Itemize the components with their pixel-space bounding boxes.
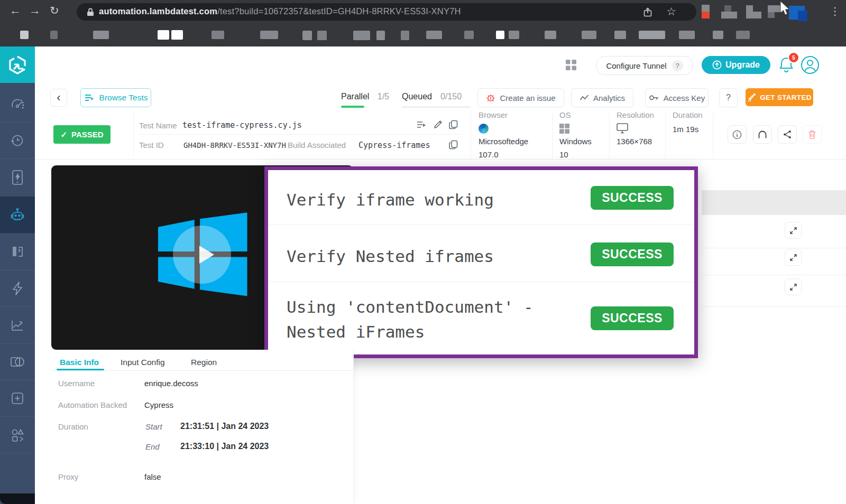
tunnel-help-icon[interactable]: ? [672,60,683,71]
info-button[interactable] [728,125,747,144]
phone-lightning-icon [11,170,24,185]
bookmark-favicon[interactable] [212,31,224,39]
analytics-button[interactable]: Analytics [571,88,633,107]
bookmark-favicon[interactable] [353,31,370,40]
queued-label[interactable]: Queued [402,92,432,101]
extension-icon[interactable] [746,5,753,18]
bookmark-favicon[interactable] [736,31,750,39]
configure-tunnel-button[interactable]: Configure Tunnel ? [596,56,693,75]
sidebar-item-responsive[interactable] [0,234,35,270]
bookmark-favicon[interactable] [713,31,723,39]
delete-test-button[interactable] [803,125,822,144]
create-issue-button[interactable]: Create an issue [477,88,564,107]
bookmark-favicon[interactable] [545,31,556,39]
share-test-button[interactable] [778,125,797,144]
key-icon [649,94,659,101]
extension-icon[interactable] [753,12,761,18]
bookmark-favicon[interactable] [496,31,504,39]
sidebar-item-automation[interactable] [0,197,35,234]
bookmark-favicon[interactable] [639,31,665,39]
tunnel-arc-button[interactable] [753,125,772,144]
back-button[interactable]: ‹ [50,89,67,107]
sidebar-item-realtime[interactable] [0,158,35,197]
extension-icon[interactable] [702,5,710,12]
browse-tests-button[interactable]: Browse Tests [80,88,151,107]
sidebar-item-speed[interactable] [0,270,35,307]
result-name: Using 'contentDocument' - Nested iFrames [287,295,562,344]
bookmark-favicon[interactable] [376,31,385,40]
result-row: Verify iframe working SUCCESS [268,170,694,225]
end-label: End [145,442,160,451]
tunnel-arc-icon [758,130,767,139]
bookmark-favicon[interactable] [158,30,169,40]
expand-step-button[interactable] [785,278,802,295]
browser-reload-icon[interactable]: ↻ [50,5,59,16]
test-list-icon[interactable] [417,120,426,129]
user-avatar[interactable] [801,55,820,74]
help-button[interactable]: ? [719,88,738,107]
parallel-label[interactable]: Parallel [341,92,369,101]
bookmark-favicon[interactable] [614,31,626,39]
queued-underline [402,106,471,108]
bookmark-favicon[interactable] [464,31,474,39]
upgrade-button[interactable]: Upgrade [702,56,770,74]
browser-chrome: ← → ↻ automation.lambdatest.com/test?bui… [0,0,846,46]
tab-region[interactable]: Region [191,358,217,367]
copy-test-name-icon[interactable] [449,120,458,129]
edit-pencil-icon[interactable] [434,120,443,129]
bookmark-favicon[interactable] [317,31,327,40]
bookmark-favicon[interactable] [426,31,442,39]
history-clock-icon [10,133,25,148]
proxy-label: Proxy [58,472,78,481]
end-value: 21:33:10 | Jan 24 2023 [180,442,269,451]
tab-input-config[interactable]: Input Config [121,358,165,367]
sidebar-item-visual[interactable] [0,343,35,380]
divider [702,275,846,275]
get-started-button[interactable]: GET STARTED [746,88,813,106]
browser-forward-icon[interactable]: → [29,5,41,16]
sidebar-item-new[interactable] [0,380,35,417]
browser-version: 107.0 [479,150,499,159]
sidebar-item-history[interactable] [0,122,35,159]
bookmark-favicon[interactable] [401,31,409,40]
info-icon [732,130,742,139]
test-toolbar: ‹ Browse Tests Parallel 1/5 Queued 0/150… [35,84,846,110]
bookmark-favicon[interactable] [20,31,29,39]
copy-test-id-icon[interactable] [449,140,458,150]
build-associated-value[interactable]: Cypress-iframes [358,141,430,150]
bookmark-favicon[interactable] [50,31,58,39]
bookmark-favicon[interactable] [679,31,695,39]
sidebar-item-dashboard[interactable] [0,86,35,123]
bookmark-favicon[interactable] [171,30,183,40]
extension-icon[interactable] [768,12,775,18]
proxy-value: false [144,472,161,481]
url-text[interactable]: automation.lambdatest.com/test?build=106… [99,6,461,16]
bookmark-favicon[interactable] [582,31,596,39]
access-key-button[interactable]: Access Key [645,88,709,107]
expand-icon [789,254,797,262]
trend-chart-icon [10,318,25,332]
divider [609,113,610,158]
bookmark-favicon[interactable] [93,31,109,39]
bookmark-favicon[interactable] [260,31,278,39]
address-bar[interactable]: automation.lambdatest.com/test?build=106… [77,3,696,21]
bookmark-favicon[interactable] [302,31,312,40]
sidebar-item-analytics[interactable] [0,306,35,344]
play-icon[interactable] [195,244,217,266]
extension-icon[interactable] [702,12,710,18]
test-id-value: GH4DH-8RRKV-ES53I-XNY7H [183,141,286,150]
extension-icon[interactable] [724,5,731,12]
share-icon[interactable] [643,7,652,17]
bookmark-favicon[interactable] [509,31,519,39]
apps-grid-icon[interactable] [565,59,577,71]
expand-step-button[interactable] [785,249,802,266]
lambdatest-logo[interactable] [0,46,35,83]
browser-back-icon[interactable]: ← [10,5,21,16]
extension-icon[interactable] [721,12,737,18]
sidebar-item-integrations[interactable] [0,416,35,453]
browser-menu-icon[interactable]: ⋮ [830,6,840,16]
tab-basic-info[interactable]: Basic Info [60,358,99,367]
expand-step-button[interactable] [785,222,802,239]
steps-table-header [702,190,846,215]
bookmark-star-icon[interactable]: ☆ [666,6,676,17]
